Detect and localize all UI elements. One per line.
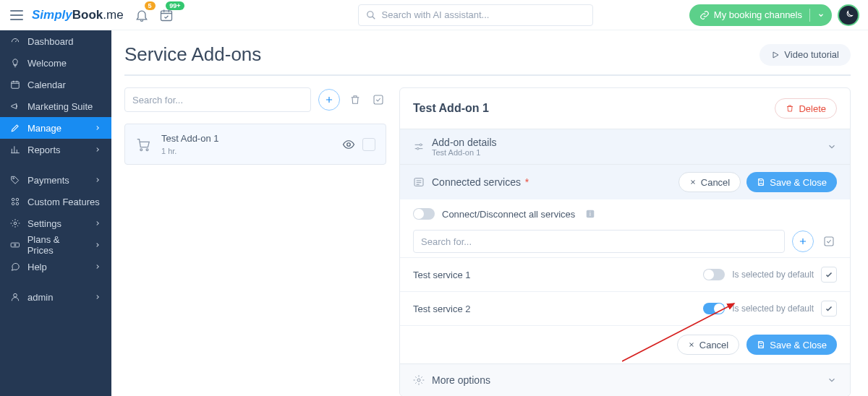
details-sub: Test Add-on 1 bbox=[432, 148, 497, 157]
service-toggle[interactable] bbox=[703, 269, 725, 280]
details-label: Add-on details bbox=[432, 137, 497, 148]
info-icon[interactable]: i bbox=[585, 209, 595, 219]
pencil-icon bbox=[10, 123, 20, 133]
svg-point-11 bbox=[14, 293, 17, 297]
default-checkbox[interactable] bbox=[821, 301, 837, 317]
calendar-button[interactable]: 99+ bbox=[156, 4, 177, 26]
sidebar-label: Manage bbox=[27, 123, 61, 134]
chevron-down-icon bbox=[817, 12, 825, 19]
global-search[interactable] bbox=[358, 4, 593, 26]
addon-checkbox[interactable] bbox=[362, 138, 375, 151]
link-icon bbox=[699, 10, 710, 20]
sidebar-item-marketing[interactable]: Marketing Suite bbox=[0, 95, 111, 117]
svg-point-15 bbox=[347, 142, 351, 146]
tag-icon bbox=[10, 175, 20, 185]
notifications-button[interactable]: 5 bbox=[131, 4, 153, 26]
sidebar-label: Custom Features bbox=[27, 197, 100, 207]
sidebar-item-welcome[interactable]: Welcome bbox=[0, 52, 111, 74]
calendar-check-icon bbox=[159, 8, 174, 22]
svg-point-8 bbox=[14, 222, 17, 225]
svg-point-7 bbox=[16, 202, 19, 205]
more-options-section[interactable]: More options bbox=[400, 363, 850, 396]
sidebar-item-custom-features[interactable]: Custom Features bbox=[0, 191, 111, 212]
chevron-down-icon[interactable] bbox=[827, 142, 837, 152]
trash-icon bbox=[349, 94, 361, 106]
add-service-button[interactable] bbox=[792, 231, 814, 252]
footer-cancel-button[interactable]: Cancel bbox=[677, 335, 739, 355]
sidebar-item-reports[interactable]: Reports bbox=[0, 139, 111, 160]
addon-list-panel: Test Add-on 1 1 hr. bbox=[124, 87, 386, 165]
default-label: Is selected by default bbox=[732, 270, 814, 280]
addon-search-input[interactable] bbox=[124, 87, 311, 112]
sidebar-item-manage[interactable]: Manage bbox=[0, 117, 111, 139]
play-icon bbox=[771, 51, 780, 59]
default-checkbox[interactable] bbox=[821, 267, 837, 283]
sidebar-label: Plans & Prices bbox=[27, 234, 88, 256]
toggle-all-services[interactable] bbox=[413, 208, 435, 220]
service-name: Test service 1 bbox=[413, 270, 470, 280]
sidebar-item-plans[interactable]: Plans & Prices bbox=[0, 234, 111, 256]
cancel-button[interactable]: Cancel bbox=[678, 172, 741, 192]
theme-toggle[interactable] bbox=[839, 6, 858, 25]
logo-part2: Book bbox=[72, 8, 103, 22]
check-icon bbox=[825, 304, 833, 313]
chat-icon bbox=[10, 262, 20, 272]
chevron-down-icon[interactable] bbox=[827, 375, 837, 385]
svg-point-5 bbox=[16, 198, 19, 201]
save-close-button[interactable]: Save & Close bbox=[746, 172, 837, 192]
sidebar-item-admin[interactable]: admin bbox=[0, 286, 111, 308]
sidebar-item-calendar[interactable]: Calendar bbox=[0, 74, 111, 95]
svg-point-17 bbox=[417, 147, 419, 150]
addon-details-section[interactable]: Add-on details Test Add-on 1 bbox=[400, 129, 850, 164]
logo[interactable]: SimplyBook.me bbox=[32, 8, 124, 22]
connected-label: Connected services * bbox=[432, 176, 529, 188]
delete-button[interactable]: Delete bbox=[775, 98, 837, 119]
sidebar-label: Payments bbox=[27, 175, 69, 186]
gear-icon bbox=[413, 374, 425, 386]
delete-addon-button[interactable] bbox=[347, 92, 363, 108]
add-addon-button[interactable] bbox=[318, 89, 340, 111]
booking-channels-label: My booking channels bbox=[714, 9, 802, 20]
sidebar-item-payments[interactable]: Payments bbox=[0, 169, 111, 191]
sidebar-label: Reports bbox=[27, 145, 61, 155]
list-icon bbox=[413, 176, 425, 188]
cart-icon bbox=[135, 137, 151, 152]
service-toggle[interactable] bbox=[703, 303, 725, 314]
sidebar-item-dashboard[interactable]: Dashboard bbox=[0, 30, 111, 52]
sidebar: Dashboard Welcome Calendar Marketing Sui… bbox=[0, 30, 111, 396]
svg-point-3 bbox=[13, 178, 14, 179]
close-icon bbox=[688, 341, 695, 348]
sidebar-label: Marketing Suite bbox=[27, 101, 93, 112]
notifications-badge: 5 bbox=[145, 1, 156, 10]
service-row: Test service 1 Is selected by default bbox=[400, 257, 850, 291]
sidebar-item-settings[interactable]: Settings bbox=[0, 212, 111, 234]
booking-channels-button[interactable]: My booking channels bbox=[689, 4, 832, 26]
video-tutorial-button[interactable]: Video tutorial bbox=[760, 44, 851, 66]
eye-icon[interactable] bbox=[342, 138, 355, 151]
bulb-icon bbox=[10, 58, 20, 68]
select-all-services-button[interactable] bbox=[821, 233, 837, 249]
sidebar-label: Calendar bbox=[27, 79, 66, 90]
footer-save-button[interactable]: Save & Close bbox=[746, 335, 837, 355]
topbar: SimplyBook.me 5 99+ My booking channels bbox=[0, 0, 868, 30]
more-options-label: More options bbox=[432, 374, 490, 386]
service-name: Test service 2 bbox=[413, 304, 470, 314]
logo-part3: .me bbox=[103, 8, 123, 22]
addon-list-item[interactable]: Test Add-on 1 1 hr. bbox=[124, 124, 386, 165]
cash-icon bbox=[10, 240, 20, 250]
service-row: Test service 2 Is selected by default bbox=[400, 291, 850, 325]
svg-point-10 bbox=[14, 244, 16, 246]
sidebar-item-help[interactable]: Help bbox=[0, 256, 111, 277]
services-search-input[interactable] bbox=[413, 230, 785, 253]
sliders-icon bbox=[413, 141, 425, 152]
chevron-right-icon bbox=[94, 241, 101, 249]
select-all-button[interactable] bbox=[370, 92, 386, 108]
chevron-right-icon bbox=[94, 146, 101, 153]
svg-rect-12 bbox=[374, 95, 383, 104]
checkbox-icon bbox=[373, 94, 384, 106]
global-search-input[interactable] bbox=[382, 9, 585, 20]
svg-point-22 bbox=[417, 379, 420, 382]
delete-label: Delete bbox=[799, 103, 826, 114]
addon-detail-title: Test Add-on 1 bbox=[413, 102, 489, 115]
menu-toggle[interactable] bbox=[10, 10, 23, 20]
